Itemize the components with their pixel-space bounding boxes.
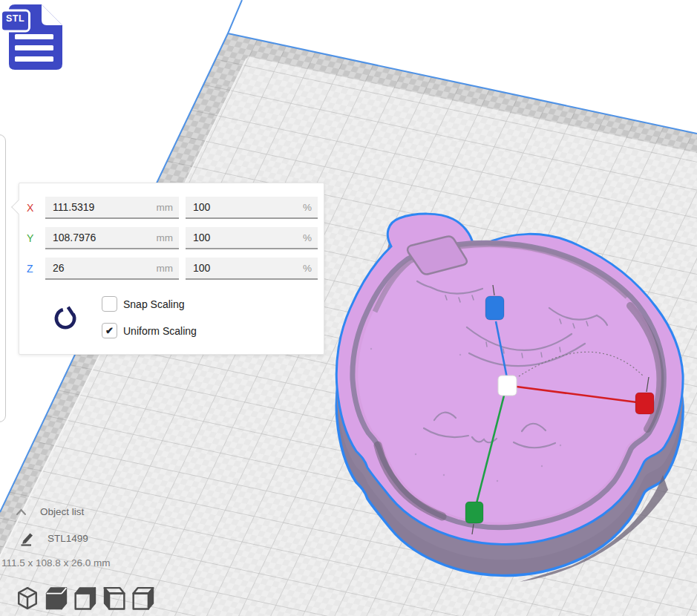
z-size-unit: mm bbox=[157, 263, 174, 274]
axis-label-z: Z bbox=[27, 263, 42, 275]
cube-left-view-icon bbox=[103, 586, 125, 610]
reset-icon bbox=[52, 304, 79, 331]
z-percent-unit: % bbox=[303, 263, 312, 274]
object-list-item[interactable]: STL1499 bbox=[19, 530, 88, 546]
snap-scaling-checkbox[interactable] bbox=[102, 296, 117, 312]
object-dimensions: 111.5 x 108.8 x 26.0 mm bbox=[1, 557, 111, 569]
stl-file-icon: STL bbox=[0, 0, 70, 74]
gizmo-handle-z-blue[interactable] bbox=[485, 296, 504, 320]
x-size-field: mm bbox=[45, 197, 179, 219]
gizmo-handle-x-red[interactable] bbox=[635, 393, 654, 414]
z-percent-input[interactable] bbox=[186, 258, 318, 278]
scale-tool-panel: X mm % Y mm % Z bbox=[19, 183, 324, 355]
object-name: STL1499 bbox=[48, 533, 88, 544]
x-percent-input[interactable] bbox=[186, 197, 318, 217]
stl-document-icon bbox=[0, 0, 70, 74]
collapsed-left-panel[interactable] bbox=[0, 134, 6, 422]
y-size-field: mm bbox=[45, 227, 179, 249]
y-size-unit: mm bbox=[157, 232, 174, 243]
axis-label-y: Y bbox=[27, 232, 42, 244]
application-window: STL X mm % Y mm % bbox=[0, 0, 697, 616]
cube-3d-view-icon bbox=[16, 586, 39, 610]
y-percent-input[interactable] bbox=[186, 227, 318, 248]
view-button-front[interactable] bbox=[45, 586, 68, 610]
view-button-right-side[interactable] bbox=[132, 586, 154, 610]
gizmo-handle-y-green[interactable] bbox=[465, 502, 483, 523]
view-preset-toolbar bbox=[16, 586, 154, 610]
object-list-header[interactable]: Object list bbox=[15, 506, 84, 517]
edit-pencil-icon bbox=[19, 530, 36, 546]
y-percent-unit: % bbox=[303, 232, 312, 243]
object-list-title: Object list bbox=[40, 506, 84, 517]
gizmo-handle-center-white[interactable] bbox=[498, 376, 517, 396]
snap-scaling-label: Snap Scaling bbox=[123, 298, 185, 310]
uniform-scaling-label: Uniform Scaling bbox=[123, 325, 197, 337]
x-percent-field: % bbox=[186, 197, 318, 219]
chevron-up-icon bbox=[15, 507, 27, 517]
x-size-unit: mm bbox=[157, 202, 174, 213]
reset-scale-button[interactable] bbox=[52, 304, 79, 331]
y-percent-field: % bbox=[186, 227, 318, 249]
view-button-top[interactable] bbox=[74, 586, 96, 610]
x-percent-unit: % bbox=[303, 202, 312, 213]
z-percent-field: % bbox=[186, 258, 318, 280]
axis-label-x: X bbox=[27, 202, 42, 214]
cube-top-view-icon bbox=[74, 586, 96, 610]
stl-badge-label: STL bbox=[1, 13, 29, 24]
cube-front-view-icon bbox=[45, 586, 68, 610]
view-button-3d[interactable] bbox=[16, 586, 39, 610]
z-size-field: mm bbox=[45, 258, 179, 280]
view-button-left-side[interactable] bbox=[103, 586, 125, 610]
uniform-scaling-checkbox[interactable]: ✔ bbox=[102, 323, 117, 338]
cube-right-view-icon bbox=[132, 586, 154, 610]
uniform-scaling-check-glyph: ✔ bbox=[105, 326, 114, 335]
